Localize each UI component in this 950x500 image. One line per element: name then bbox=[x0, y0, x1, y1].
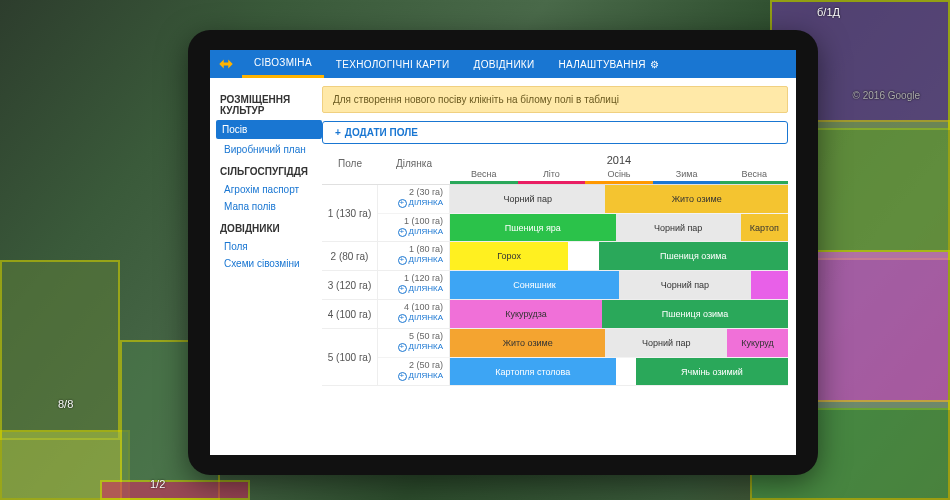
sidebar-item[interactable]: Мапа полів bbox=[220, 198, 318, 215]
sidebar-item[interactable]: Агрохім паспорт bbox=[220, 181, 318, 198]
nav-item-1[interactable]: ТЕХНОЛОГІЧНІ КАРТИ bbox=[324, 50, 462, 78]
sidebar: РОЗМІЩЕННЯ КУЛЬТУРПосівВиробничий планСІ… bbox=[210, 78, 322, 455]
season-header: Весна bbox=[720, 169, 788, 184]
gear-icon: ⚙ bbox=[650, 59, 659, 70]
add-field-label: ДОДАТИ ПОЛЕ bbox=[345, 127, 418, 138]
sidebar-item[interactable]: Поля bbox=[220, 238, 318, 255]
plot-cell[interactable]: 1 (100 га)ДІЛЯНКА bbox=[378, 214, 450, 241]
app-screen: СІВОЗМІНАТЕХНОЛОГІЧНІ КАРТИДОВІДНИКИНАЛА… bbox=[210, 50, 796, 455]
crop-bar[interactable] bbox=[568, 242, 598, 270]
timeline[interactable]: КукурудзаПшениця озима bbox=[450, 300, 788, 328]
col-plot-header: Ділянка bbox=[378, 152, 450, 184]
timeline[interactable]: СоняшникЧорний пар bbox=[450, 271, 788, 299]
nav-item-3[interactable]: НАЛАШТУВАННЯ⚙ bbox=[547, 50, 672, 78]
plots-container: 1 (120 га)ДІЛЯНКАСоняшникЧорний пар bbox=[378, 271, 788, 299]
field-cell[interactable]: 4 (100 га) bbox=[322, 300, 378, 328]
plus-circle-icon[interactable] bbox=[398, 285, 407, 294]
field-cell[interactable]: 2 (80 га) bbox=[322, 242, 378, 270]
sidebar-item[interactable]: Схеми сівозміни bbox=[220, 255, 318, 272]
crop-bar[interactable]: Чорний пар bbox=[616, 214, 741, 241]
col-year-header: 2014 ВеснаЛітоОсіньЗимаВесна bbox=[450, 152, 788, 184]
field-group: 2 (80 га)1 (80 га)ДІЛЯНКАГорохПшениця оз… bbox=[322, 242, 788, 271]
plot-row: 2 (50 га)ДІЛЯНКАКартопля столоваЯчмінь о… bbox=[378, 357, 788, 385]
plus-circle-icon[interactable] bbox=[398, 228, 407, 237]
crop-bar[interactable]: Жито озиме bbox=[605, 185, 788, 213]
tablet-frame: СІВОЗМІНАТЕХНОЛОГІЧНІ КАРТИДОВІДНИКИНАЛА… bbox=[188, 30, 818, 475]
plot-row: 5 (50 га)ДІЛЯНКАЖито озимеЧорний парКуку… bbox=[378, 329, 788, 357]
plus-circle-icon[interactable] bbox=[398, 372, 407, 381]
map-parcel[interactable] bbox=[100, 480, 250, 500]
crop-bar[interactable]: Чорний пар bbox=[450, 185, 605, 213]
grid-header: Поле Ділянка 2014 ВеснаЛітоОсіньЗимаВесн… bbox=[322, 152, 788, 185]
map-parcel-label: б/1Д bbox=[817, 6, 840, 18]
crop-bar[interactable]: Картопля столова bbox=[450, 358, 616, 385]
map-parcel-label: 8/8 bbox=[58, 398, 73, 410]
sidebar-heading: СІЛЬГОСПУГІДДЯ bbox=[220, 166, 318, 177]
plots-container: 5 (50 га)ДІЛЯНКАЖито озимеЧорний парКуку… bbox=[378, 329, 788, 385]
plots-container: 2 (30 га)ДІЛЯНКАЧорний парЖито озиме1 (1… bbox=[378, 185, 788, 241]
sidebar-item[interactable]: Виробничий план bbox=[220, 141, 318, 158]
crop-bar[interactable]: Кукурудза bbox=[450, 300, 602, 328]
plus-circle-icon[interactable] bbox=[398, 199, 407, 208]
crop-bar[interactable]: Кукуруд bbox=[727, 329, 788, 357]
nav-item-2[interactable]: ДОВІДНИКИ bbox=[462, 50, 547, 78]
timeline[interactable]: Чорний парЖито озиме bbox=[450, 185, 788, 213]
plot-cell[interactable]: 1 (120 га)ДІЛЯНКА bbox=[378, 271, 450, 299]
crop-bar[interactable] bbox=[751, 271, 788, 299]
plot-row: 4 (100 га)ДІЛЯНКАКукурудзаПшениця озима bbox=[378, 300, 788, 328]
crop-bar[interactable]: Пшениця озима bbox=[599, 242, 788, 270]
year-label: 2014 bbox=[450, 152, 788, 169]
timeline[interactable]: Картопля столоваЯчмінь озимий bbox=[450, 358, 788, 385]
plot-row: 2 (30 га)ДІЛЯНКАЧорний парЖито озиме bbox=[378, 185, 788, 213]
crop-grid: Поле Ділянка 2014 ВеснаЛітоОсіньЗимаВесн… bbox=[322, 152, 788, 455]
field-group: 1 (130 га)2 (30 га)ДІЛЯНКАЧорний парЖито… bbox=[322, 185, 788, 242]
sidebar-item[interactable]: Посів bbox=[216, 120, 322, 139]
season-header: Осінь bbox=[585, 169, 653, 184]
crop-bar[interactable]: Жито озиме bbox=[450, 329, 605, 357]
sidebar-heading: РОЗМІЩЕННЯ КУЛЬТУР bbox=[220, 94, 318, 116]
season-header: Літо bbox=[518, 169, 586, 184]
field-group: 5 (100 га)5 (50 га)ДІЛЯНКАЖито озимеЧорн… bbox=[322, 329, 788, 386]
map-parcel[interactable] bbox=[0, 260, 120, 440]
plot-cell[interactable]: 1 (80 га)ДІЛЯНКА bbox=[378, 242, 450, 270]
plot-cell[interactable]: 2 (50 га)ДІЛЯНКА bbox=[378, 358, 450, 385]
crop-bar[interactable]: Чорний пар bbox=[605, 329, 727, 357]
field-group: 4 (100 га)4 (100 га)ДІЛЯНКАКукурудзаПшен… bbox=[322, 300, 788, 329]
nav-item-0[interactable]: СІВОЗМІНА bbox=[242, 50, 324, 78]
map-copyright: © 2016 Google bbox=[853, 90, 920, 101]
crop-bar[interactable]: Горох bbox=[450, 242, 568, 270]
field-group: 3 (120 га)1 (120 га)ДІЛЯНКАСоняшникЧорни… bbox=[322, 271, 788, 300]
field-cell[interactable]: 1 (130 га) bbox=[322, 185, 378, 241]
crop-bar[interactable]: Картоп bbox=[741, 214, 788, 241]
crop-bar[interactable]: Пшениця яра bbox=[450, 214, 616, 241]
timeline[interactable]: ГорохПшениця озима bbox=[450, 242, 788, 270]
field-cell[interactable]: 3 (120 га) bbox=[322, 271, 378, 299]
plot-cell[interactable]: 5 (50 га)ДІЛЯНКА bbox=[378, 329, 450, 357]
add-field-button[interactable]: + ДОДАТИ ПОЛЕ bbox=[322, 121, 788, 144]
crop-bar[interactable]: Ячмінь озимий bbox=[636, 358, 788, 385]
plus-circle-icon[interactable] bbox=[398, 314, 407, 323]
top-nav: СІВОЗМІНАТЕХНОЛОГІЧНІ КАРТИДОВІДНИКИНАЛА… bbox=[210, 50, 796, 78]
sidebar-heading: ДОВІДНИКИ bbox=[220, 223, 318, 234]
plus-icon: + bbox=[335, 127, 341, 138]
crop-bar[interactable]: Чорний пар bbox=[619, 271, 751, 299]
plus-circle-icon[interactable] bbox=[398, 256, 407, 265]
timeline[interactable]: Жито озимеЧорний парКукуруд bbox=[450, 329, 788, 357]
col-field-header: Поле bbox=[322, 152, 378, 184]
plot-cell[interactable]: 2 (30 га)ДІЛЯНКА bbox=[378, 185, 450, 213]
hint-banner: Для створення нового посіву клікніть на … bbox=[322, 86, 788, 113]
plot-row: 1 (120 га)ДІЛЯНКАСоняшникЧорний пар bbox=[378, 271, 788, 299]
plot-cell[interactable]: 4 (100 га)ДІЛЯНКА bbox=[378, 300, 450, 328]
timeline[interactable]: Пшениця яраЧорний парКартоп bbox=[450, 214, 788, 241]
crop-bar[interactable]: Пшениця озима bbox=[602, 300, 788, 328]
crop-bar[interactable]: Соняшник bbox=[450, 271, 619, 299]
app-logo-icon[interactable] bbox=[210, 50, 242, 78]
season-header: Зима bbox=[653, 169, 721, 184]
season-header: Весна bbox=[450, 169, 518, 184]
main-layout: РОЗМІЩЕННЯ КУЛЬТУРПосівВиробничий планСІ… bbox=[210, 78, 796, 455]
map-parcel-label: 1/2 bbox=[150, 478, 165, 490]
plots-container: 4 (100 га)ДІЛЯНКАКукурудзаПшениця озима bbox=[378, 300, 788, 328]
plus-circle-icon[interactable] bbox=[398, 343, 407, 352]
field-cell[interactable]: 5 (100 га) bbox=[322, 329, 378, 385]
crop-bar[interactable] bbox=[616, 358, 636, 385]
